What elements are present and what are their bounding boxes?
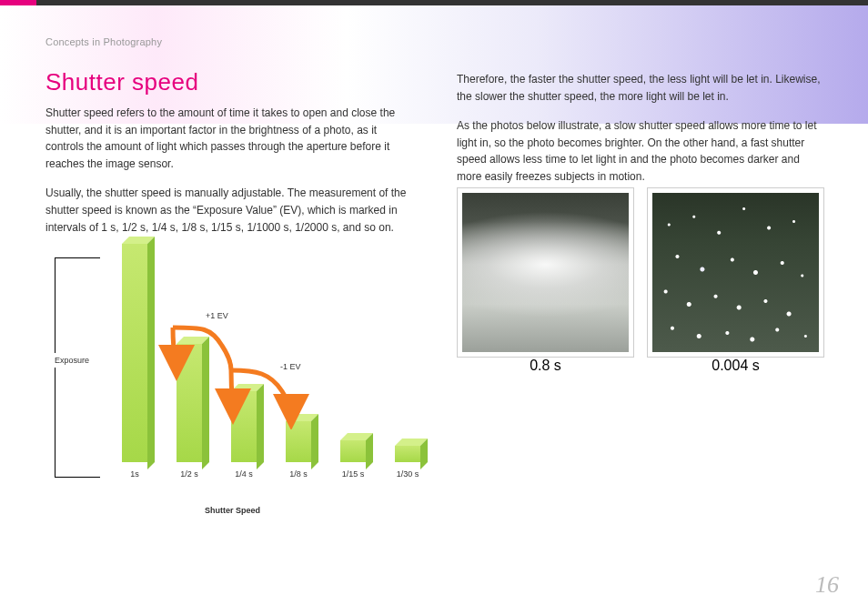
photo-frame — [457, 187, 634, 358]
bar — [122, 244, 147, 462]
bar-slot: 1/15 s — [326, 440, 380, 479]
example-photo — [652, 193, 819, 352]
bar-group: 1s1/2 s1/4 s1/8 s1/15 s1/30 s — [107, 253, 435, 479]
annotation-minus-ev: -1 EV — [280, 362, 301, 371]
example-photo — [462, 193, 629, 352]
bar-slot: 1s — [107, 244, 162, 479]
top-border — [0, 0, 868, 5]
bar-label: 1/30 s — [397, 469, 419, 479]
chapter-label: Concepts in Photography — [45, 36, 162, 47]
exposure-chart: Exposure 1s1/2 s1/4 s1/8 s1/15 s1/30 s +… — [55, 253, 437, 526]
bar-slot: 1/4 s — [217, 391, 271, 479]
bar-label: 1/15 s — [342, 469, 365, 479]
right-column: Therefore, the faster the shutter speed,… — [457, 71, 825, 198]
paragraph: Usually, the shutter speed is manually a… — [45, 185, 414, 236]
bar-slot: 1/2 s — [162, 344, 217, 479]
y-axis-label: Exposure — [54, 353, 90, 368]
top-border-accent — [0, 0, 36, 5]
photo-caption: 0.8 s — [530, 358, 561, 374]
bar — [286, 421, 311, 462]
y-axis-bracket — [55, 257, 100, 478]
bar-slot: 1/30 s — [380, 446, 435, 479]
bar-slot: 1/8 s — [271, 421, 326, 479]
bar-label: 1/4 s — [235, 469, 253, 479]
photo-caption: 0.004 s — [712, 358, 759, 374]
bar — [177, 344, 202, 462]
photo-row: 0.8 s0.004 s — [457, 187, 824, 374]
bar-label: 1s — [130, 469, 139, 479]
bar — [395, 446, 420, 462]
paragraph: Shutter speed refers to the amount of ti… — [45, 105, 414, 172]
paragraph: Therefore, the faster the shutter speed,… — [457, 71, 825, 105]
annotation-plus-ev: +1 EV — [206, 311, 228, 320]
x-axis-label: Shutter Speed — [205, 506, 260, 515]
page-number: 16 — [815, 571, 839, 599]
left-column: Shutter speed refers to the amount of ti… — [45, 105, 414, 248]
bar — [231, 391, 257, 462]
bar — [340, 440, 366, 462]
bar-label: 1/8 s — [289, 469, 308, 479]
bar-label: 1/2 s — [180, 469, 198, 479]
paragraph: As the photos below illustrate, a slow s… — [457, 117, 825, 185]
photo-frame — [647, 187, 824, 358]
page-title: Shutter speed — [45, 68, 198, 96]
